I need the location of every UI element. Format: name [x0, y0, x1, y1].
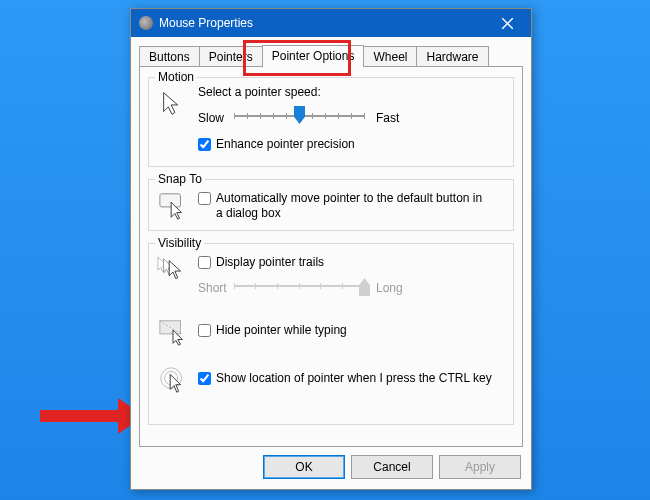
hide-typing-icon: [158, 317, 188, 347]
long-label: Long: [376, 281, 403, 295]
pointer-speed-slider[interactable]: [234, 103, 364, 129]
trail-length-slider: [234, 273, 364, 299]
snapto-checkbox[interactable]: Automatically move pointer to the defaul…: [198, 191, 504, 221]
display-trails-checkbox[interactable]: Display pointer trails: [198, 255, 324, 270]
mouse-icon: [139, 16, 153, 30]
group-visibility: Visibility Display pointer trails Short: [148, 237, 514, 425]
group-snapto-legend: Snap To: [155, 172, 205, 186]
titlebar: Mouse Properties: [131, 9, 531, 37]
display-trails-label: Display pointer trails: [216, 255, 324, 270]
show-ctrl-location-label: Show location of pointer when I press th…: [216, 371, 492, 386]
svg-rect-2: [160, 194, 181, 207]
show-ctrl-location-checkbox[interactable]: Show location of pointer when I press th…: [198, 371, 506, 386]
pointer-speed-icon: [158, 89, 188, 119]
cancel-button[interactable]: Cancel: [351, 455, 433, 479]
group-motion-legend: Motion: [155, 70, 197, 84]
hide-while-typing-checkbox[interactable]: Hide pointer while typing: [198, 323, 347, 338]
snapto-icon: [158, 191, 188, 221]
tab-buttons[interactable]: Buttons: [139, 46, 200, 68]
tab-wheel[interactable]: Wheel: [363, 46, 417, 68]
tab-pointer-options[interactable]: Pointer Options: [262, 45, 365, 67]
snapto-label: Automatically move pointer to the defaul…: [216, 191, 486, 221]
enhance-precision-checkbox[interactable]: Enhance pointer precision: [198, 137, 355, 152]
tab-pointers[interactable]: Pointers: [199, 46, 263, 68]
annotation-arrow: [40, 410, 120, 422]
enhance-precision-label: Enhance pointer precision: [216, 137, 355, 152]
fast-label: Fast: [376, 111, 399, 125]
tab-hardware[interactable]: Hardware: [416, 46, 488, 68]
mouse-properties-dialog: Mouse Properties Buttons Pointers Pointe…: [130, 8, 532, 490]
window-title: Mouse Properties: [159, 16, 487, 30]
ok-button[interactable]: OK: [263, 455, 345, 479]
ctrl-locate-icon: [158, 365, 188, 395]
group-snapto: Snap To Automatically move pointer to th…: [148, 173, 514, 231]
slow-label: Slow: [198, 111, 224, 125]
apply-button[interactable]: Apply: [439, 455, 521, 479]
dialog-button-row: OK Cancel Apply: [131, 455, 531, 481]
pointer-trails-icon: [156, 255, 190, 285]
tab-strip: Buttons Pointers Pointer Options Wheel H…: [139, 45, 523, 67]
group-motion: Motion Select a pointer speed: Slow Fast: [148, 71, 514, 167]
pointer-speed-label: Select a pointer speed:: [198, 85, 321, 99]
hide-while-typing-label: Hide pointer while typing: [216, 323, 347, 338]
group-visibility-legend: Visibility: [155, 236, 204, 250]
tab-body: Motion Select a pointer speed: Slow Fast: [139, 66, 523, 447]
close-button[interactable]: [487, 9, 527, 37]
short-label: Short: [198, 281, 227, 295]
